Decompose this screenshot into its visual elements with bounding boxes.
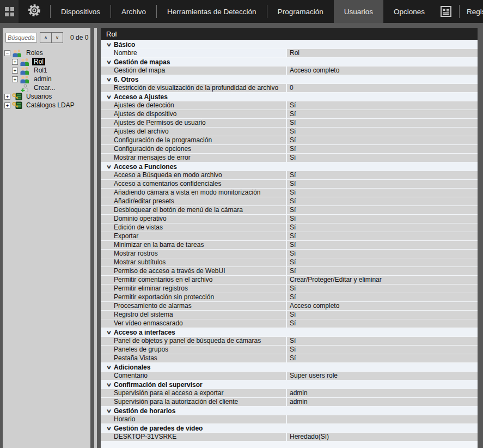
- tree-item-rol[interactable]: +Rol: [3, 57, 90, 66]
- group-header-gestion-de-paredes-de-video[interactable]: ∨Gestión de paredes de vídeo: [101, 424, 478, 432]
- property-row[interactable]: Restricción de visualización de la profu…: [101, 84, 478, 92]
- tab-archivo[interactable]: Archivo: [111, 0, 156, 23]
- property-row[interactable]: Minimizar en la barra de tareasSí: [101, 241, 478, 249]
- property-value[interactable]: Sí: [287, 215, 478, 223]
- expand-toggle[interactable]: +: [4, 94, 10, 100]
- property-row[interactable]: Ver vídeo enmascaradoSí: [101, 319, 478, 328]
- property-row[interactable]: Procesamiento de alarmasAcceso completo: [101, 302, 478, 310]
- property-value[interactable]: Sí: [287, 171, 478, 179]
- apps-menu-button[interactable]: [0, 0, 19, 23]
- property-row[interactable]: Permitir eliminar registrosSí: [101, 284, 478, 293]
- property-row[interactable]: Configuración de opcionesSí: [101, 145, 478, 153]
- property-row[interactable]: Supervisión para la autorización del cli…: [101, 398, 478, 406]
- property-value[interactable]: admin: [287, 389, 478, 397]
- search-next-button[interactable]: ∨: [51, 32, 63, 43]
- property-value[interactable]: Sí: [287, 232, 478, 240]
- property-value[interactable]: Sí: [287, 258, 478, 267]
- tab-opciones[interactable]: Opciones: [383, 0, 435, 23]
- group-header-acceso-a-funciones[interactable]: ∨Acceso a Funciones: [101, 162, 478, 171]
- property-value[interactable]: Acceso completo: [287, 66, 478, 75]
- property-value[interactable]: Sí: [287, 206, 478, 214]
- property-row[interactable]: Registro del sistemaSí: [101, 311, 478, 319]
- property-value[interactable]: Sí: [287, 110, 478, 118]
- group-header-adicionales[interactable]: ∨Adicionales: [101, 363, 478, 371]
- property-value[interactable]: Sí: [287, 145, 478, 153]
- property-value[interactable]: Sí: [287, 346, 478, 354]
- expand-toggle[interactable]: +: [12, 68, 18, 74]
- expand-toggle[interactable]: +: [12, 76, 18, 82]
- group-header-confirmacion-del-supervisor[interactable]: ∨Confirmación del supervisor: [101, 380, 478, 389]
- tree-item-rol1[interactable]: +Rol1: [3, 66, 90, 75]
- property-value[interactable]: Acceso completo: [287, 302, 478, 310]
- property-row[interactable]: Dominio operativoSí: [101, 215, 478, 223]
- property-row[interactable]: Añadiendo cámara a vista en modo monitor…: [101, 189, 478, 197]
- group-header-basico[interactable]: ∨Básico: [101, 40, 478, 49]
- search-input[interactable]: [5, 33, 37, 43]
- tab-usuarios[interactable]: Usuarios: [334, 0, 383, 23]
- property-value[interactable]: Sí: [287, 250, 478, 258]
- tree-item-roles[interactable]: −Roles: [3, 49, 90, 57]
- property-value[interactable]: Sí: [287, 319, 478, 328]
- property-row[interactable]: Ajustes de Permisos de usuarioSí: [101, 119, 478, 127]
- tab-herramientas-de-deteccion[interactable]: Herramientas de Detección: [157, 0, 267, 23]
- property-row[interactable]: Gestión del mapaAcceso completo: [101, 66, 478, 75]
- property-value[interactable]: Sí: [287, 267, 478, 275]
- property-row[interactable]: ExportarSí: [101, 232, 478, 240]
- property-row[interactable]: Supervisión para el acceso a exportaradm…: [101, 389, 478, 397]
- expand-toggle[interactable]: +: [12, 59, 18, 65]
- settings-gear-button[interactable]: [19, 0, 50, 23]
- property-row[interactable]: DESKTOP-31VSRKEHeredado(Sí): [101, 433, 478, 441]
- property-row[interactable]: Ajustes de dispositivoSí: [101, 110, 478, 118]
- property-value[interactable]: Heredado(Sí): [287, 433, 478, 441]
- property-value[interactable]: admin: [287, 398, 478, 406]
- property-row[interactable]: Edición de vistasSí: [101, 223, 478, 232]
- system-log-button[interactable]: Registro del sistema: [460, 8, 483, 16]
- property-value[interactable]: Rol: [287, 49, 478, 57]
- property-value[interactable]: Sí: [287, 284, 478, 293]
- property-value[interactable]: Super users role: [287, 372, 478, 380]
- search-prev-button[interactable]: ∧: [40, 32, 52, 43]
- group-header-acceso-a-ajustes[interactable]: ∨Acceso a Ajustes: [101, 93, 478, 101]
- property-value[interactable]: Sí: [287, 223, 478, 232]
- property-row[interactable]: Desbloquear el botón de menú de la cámar…: [101, 206, 478, 214]
- property-row[interactable]: Permiso de acceso a través de WebUISí: [101, 267, 478, 275]
- sidebar-splitter[interactable]: [90, 28, 101, 448]
- tab-programacion[interactable]: Programación: [267, 0, 334, 23]
- property-value[interactable]: Sí: [287, 293, 478, 301]
- property-value[interactable]: Sí: [287, 119, 478, 127]
- expand-toggle[interactable]: +: [4, 102, 10, 108]
- property-row[interactable]: Permitir comentarios en el archivoCrear/…: [101, 276, 478, 284]
- property-value[interactable]: Sí: [287, 337, 478, 345]
- tree-item-usuarios[interactable]: +Usuarios: [3, 92, 90, 101]
- property-value[interactable]: Sí: [287, 154, 478, 162]
- tree-item-crear[interactable]: Crear...: [3, 83, 90, 92]
- property-value[interactable]: Sí: [287, 128, 478, 136]
- property-row[interactable]: NombreRol: [101, 49, 478, 57]
- property-value[interactable]: Sí: [287, 354, 478, 362]
- tree-item-catalogos-ldap[interactable]: +Catálogos LDAP: [3, 101, 90, 110]
- property-value[interactable]: Sí: [287, 241, 478, 249]
- property-row[interactable]: Mostrar rostrosSí: [101, 250, 478, 258]
- property-row[interactable]: Permitir exportación sin protecciónSí: [101, 293, 478, 301]
- property-row[interactable]: Ajustes de detecciónSí: [101, 101, 478, 110]
- property-value[interactable]: Crear/Proteger/Editar y eliminar: [287, 276, 478, 284]
- property-row[interactable]: Acceso a comentarios confidencialesSí: [101, 180, 478, 188]
- property-value[interactable]: Sí: [287, 189, 478, 197]
- property-row[interactable]: Configuración de la programaciónSí: [101, 136, 478, 144]
- property-row[interactable]: Horario: [101, 415, 478, 423]
- group-header-acceso-a-interfaces[interactable]: ∨Acceso a interfaces: [101, 328, 478, 336]
- group-header-gestion-de-mapas[interactable]: ∨Gestión de mapas: [101, 58, 478, 66]
- property-row[interactable]: Panel de objetos y panel de búsqueda de …: [101, 337, 478, 345]
- property-row[interactable]: Paneles de gruposSí: [101, 346, 478, 354]
- group-header-6-otros[interactable]: ∨6. Otros: [101, 75, 478, 83]
- property-value[interactable]: Sí: [287, 101, 478, 110]
- property-value[interactable]: [287, 415, 478, 423]
- property-value[interactable]: Sí: [287, 136, 478, 144]
- property-row[interactable]: Acceso a Búsqueda en modo archivoSí: [101, 171, 478, 179]
- expand-toggle[interactable]: −: [4, 50, 10, 56]
- property-row[interactable]: ComentarioSuper users role: [101, 372, 478, 380]
- property-row[interactable]: Ajustes del archivoSí: [101, 128, 478, 136]
- group-header-gestion-de-horarios[interactable]: ∨Gestión de horarios: [101, 407, 478, 415]
- tab-dispositivos[interactable]: Dispositivos: [51, 0, 111, 23]
- property-row[interactable]: Mostrar subtítulosSí: [101, 258, 478, 267]
